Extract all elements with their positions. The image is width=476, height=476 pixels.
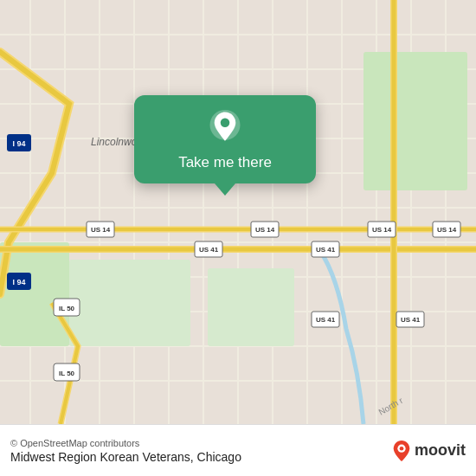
svg-text:US 41: US 41 bbox=[316, 246, 336, 254]
svg-rect-25 bbox=[363, 52, 467, 190]
svg-text:US 14: US 14 bbox=[372, 226, 392, 234]
map-container: I 94 I 94 IL 50 IL 50 US 14 US 14 US 14 … bbox=[0, 0, 476, 424]
bottom-bar: © OpenStreetMap contributors Midwest Reg… bbox=[0, 424, 476, 476]
svg-text:IL 50: IL 50 bbox=[59, 370, 75, 377]
svg-text:I 94: I 94 bbox=[12, 278, 25, 286]
svg-text:US 14: US 14 bbox=[255, 226, 275, 234]
take-me-there-button[interactable]: Take me there bbox=[178, 152, 272, 173]
svg-text:US 41: US 41 bbox=[316, 316, 336, 324]
svg-text:IL 50: IL 50 bbox=[59, 305, 75, 312]
location-name: Midwest Region Korean Veterans, Chicago bbox=[10, 450, 241, 464]
moovit-logo: moovit bbox=[392, 440, 466, 462]
svg-text:US 41: US 41 bbox=[401, 316, 421, 324]
svg-point-63 bbox=[221, 119, 230, 128]
bottom-bar-left: © OpenStreetMap contributors Midwest Reg… bbox=[10, 438, 241, 464]
svg-text:US 14: US 14 bbox=[91, 226, 111, 234]
location-pin-icon bbox=[207, 109, 243, 145]
svg-rect-28 bbox=[208, 268, 294, 346]
copyright-text: © OpenStreetMap contributors bbox=[10, 438, 241, 448]
svg-text:US 14: US 14 bbox=[437, 226, 457, 234]
moovit-brand-text: moovit bbox=[415, 441, 466, 460]
svg-rect-27 bbox=[69, 260, 190, 346]
svg-text:I 94: I 94 bbox=[12, 139, 25, 148]
svg-text:US 41: US 41 bbox=[199, 246, 219, 254]
svg-point-65 bbox=[400, 446, 404, 450]
moovit-pin-icon bbox=[392, 440, 411, 462]
popup-card: Take me there bbox=[134, 95, 316, 183]
